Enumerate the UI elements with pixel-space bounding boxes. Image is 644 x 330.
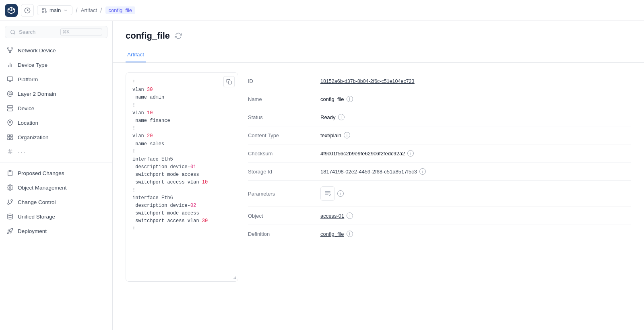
sidebar-item-extra[interactable]: · · ·: [0, 144, 112, 159]
code-content: ! vlan 30 name admin ! vlan 10 name fina…: [126, 73, 238, 281]
svg-point-2: [42, 8, 44, 10]
sidebar-item-location[interactable]: Location: [0, 116, 112, 130]
code-line: vlan 20: [132, 132, 231, 140]
code-line: description device-01: [132, 163, 231, 171]
definition-info-icon[interactable]: i: [347, 231, 353, 237]
code-line: switchport access vlan 30: [132, 217, 231, 225]
sidebar-item-layer2-domain[interactable]: Layer 2 Domain: [0, 87, 112, 101]
sidebar-item-platform[interactable]: Platform: [0, 72, 112, 87]
name-info-icon[interactable]: i: [347, 96, 353, 102]
status-info-icon[interactable]: i: [338, 114, 345, 120]
sidebar-label-unified-storage: Unified Storage: [18, 214, 55, 220]
search-shortcut: ⌘K: [60, 29, 103, 35]
code-line: !: [132, 225, 231, 233]
sidebar-item-change-control[interactable]: Change Control: [0, 195, 112, 209]
object-link[interactable]: access-01: [320, 213, 344, 219]
breadcrumb-artifact[interactable]: Artifact: [81, 7, 97, 13]
tab-artifact[interactable]: Artifact: [126, 47, 146, 62]
sidebar-item-proposed-changes[interactable]: Proposed Changes: [0, 166, 112, 180]
breadcrumb-sep-1: /: [76, 7, 77, 14]
rocket-icon: [6, 227, 14, 235]
prop-label-id: ID: [248, 78, 320, 84]
app-logo[interactable]: [5, 4, 18, 17]
prop-label-parameters: Parameters: [248, 191, 320, 197]
topbar: main / Artifact / config_file: [0, 0, 644, 21]
sidebar-item-device[interactable]: Device: [0, 101, 112, 116]
id-link[interactable]: 18152a6b-d37b-8b04-2f6c-c51e104ec723: [320, 78, 415, 84]
svg-line-6: [14, 33, 15, 34]
prop-label-status: Status: [248, 114, 320, 120]
bar-chart-icon: [6, 61, 14, 68]
detail-area: ! vlan 30 name admin ! vlan 10 name fina…: [113, 63, 644, 291]
sidebar-label-device-type: Device Type: [18, 62, 47, 68]
prop-label-definition: Definition: [248, 231, 320, 237]
prop-label-storage-id: Storage Id: [248, 169, 320, 175]
storage-id-info-icon[interactable]: i: [419, 168, 426, 175]
breadcrumb-current[interactable]: config_file: [105, 6, 136, 14]
sidebar-label-extra: · · ·: [18, 149, 25, 155]
prop-row-checksum: Checksum 4f9c01f56c2b9e9fe629c6f2fedc92a…: [248, 144, 631, 163]
definition-link[interactable]: config_file: [320, 231, 344, 237]
prop-row-id: ID 18152a6b-d37b-8b04-2f6c-c51e104ec723: [248, 72, 631, 90]
search-bar[interactable]: Search ⌘K: [5, 26, 107, 38]
resize-handle[interactable]: ⊿: [233, 275, 236, 280]
prop-value-checksum: 4f9c01f56c2b9e9fe629c6f2fedc92a2 i: [320, 150, 631, 157]
params-icon: [324, 190, 332, 198]
svg-rect-27: [10, 135, 12, 137]
properties-panel: ID 18152a6b-d37b-8b04-2f6c-c51e104ec723 …: [248, 72, 631, 282]
sidebar: Search ⌘K Network Device Device Type: [0, 21, 113, 330]
sidebar-item-network-device[interactable]: Network Device: [0, 43, 112, 58]
svg-rect-28: [10, 138, 12, 140]
svg-point-3: [45, 11, 47, 12]
svg-rect-21: [7, 105, 12, 107]
sidebar-label-change-control: Change Control: [18, 199, 56, 205]
sidebar-item-object-management[interactable]: Object Management: [0, 180, 112, 195]
at-icon: [6, 90, 14, 97]
page-title: config_file: [126, 31, 170, 41]
checksum-info-icon[interactable]: i: [407, 150, 414, 157]
prop-row-object: Object access-01 i: [248, 207, 631, 225]
prop-value-name: config_file i: [320, 96, 631, 102]
extra-icon: [6, 148, 14, 155]
refresh-icon[interactable]: [174, 31, 183, 40]
svg-rect-9: [9, 52, 11, 53]
parameters-thumbnail[interactable]: [320, 186, 335, 201]
sidebar-item-unified-storage[interactable]: Unified Storage: [0, 209, 112, 224]
svg-point-37: [11, 200, 12, 201]
prop-value-definition: config_file i: [320, 231, 631, 237]
object-info-icon[interactable]: i: [347, 212, 353, 219]
code-line: name finance: [132, 117, 231, 125]
parameters-info-icon[interactable]: i: [337, 190, 344, 197]
database-icon: [6, 213, 14, 220]
search-placeholder: Search: [19, 29, 57, 35]
copy-button[interactable]: [223, 76, 235, 87]
branch-selector[interactable]: main: [37, 5, 72, 15]
svg-point-35: [9, 187, 11, 188]
settings-icon: [6, 184, 14, 191]
prop-row-content-type: Content Type text/plain i: [248, 126, 631, 144]
prop-value-id[interactable]: 18152a6b-d37b-8b04-2f6c-c51e104ec723: [320, 78, 631, 84]
storage-id-link[interactable]: 18174198-02e2-4459-2f68-c51a8517f5c3: [320, 169, 417, 175]
code-line: !: [132, 148, 231, 156]
prop-value-storage-id: 18174198-02e2-4459-2f68-c51a8517f5c3 i: [320, 168, 631, 175]
sidebar-label-object-management: Object Management: [18, 185, 67, 191]
sidebar-label-organization: Organization: [18, 134, 49, 140]
svg-line-33: [10, 149, 11, 154]
content-type-info-icon[interactable]: i: [344, 132, 350, 138]
svg-rect-8: [11, 48, 13, 49]
svg-point-39: [8, 214, 12, 215]
svg-rect-17: [7, 77, 12, 80]
sidebar-label-proposed-changes: Proposed Changes: [18, 170, 64, 176]
svg-point-4: [42, 11, 44, 12]
prop-value-parameters: i: [320, 186, 631, 201]
code-line: switchport mode access: [132, 210, 231, 217]
clock-icon[interactable]: [21, 4, 34, 17]
code-line: switchport mode access: [132, 171, 231, 179]
sidebar-item-organization[interactable]: Organization: [0, 130, 112, 144]
sidebar-item-device-type[interactable]: Device Type: [0, 58, 112, 72]
sidebar-label-layer2-domain: Layer 2 Domain: [18, 91, 56, 97]
svg-rect-40: [228, 81, 231, 84]
sidebar-item-deployment[interactable]: Deployment: [0, 224, 112, 238]
git-branch-icon: [6, 198, 14, 206]
code-line: vlan 30: [132, 86, 231, 94]
